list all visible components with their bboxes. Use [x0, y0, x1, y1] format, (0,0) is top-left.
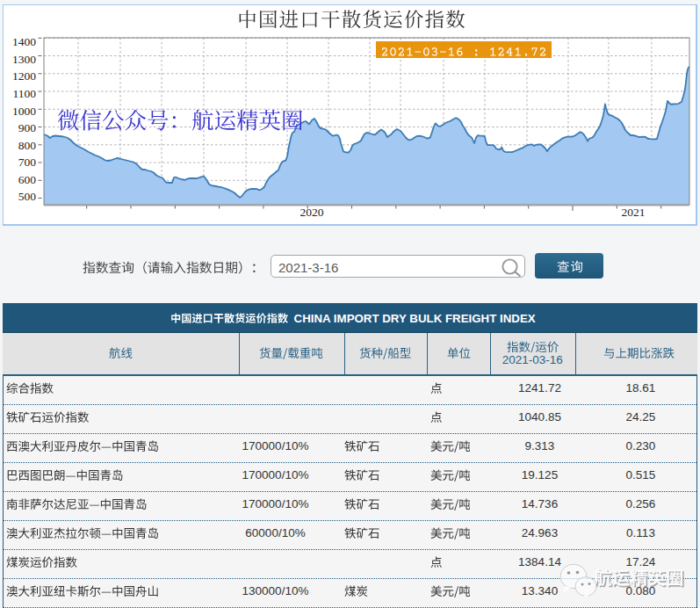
svg-text:1100: 1100	[13, 87, 37, 100]
svg-text:600: 600	[18, 173, 37, 186]
svg-text:1300: 1300	[12, 53, 36, 66]
svg-text:900: 900	[18, 121, 37, 134]
svg-text:1200: 1200	[12, 69, 36, 83]
svg-text:700: 700	[18, 156, 37, 169]
svg-text:2021: 2021	[622, 206, 646, 219]
svg-text:1000: 1000	[12, 105, 36, 118]
svg-text:500: 500	[18, 190, 37, 203]
svg-text:1400: 1400	[12, 35, 36, 48]
svg-text:2020: 2020	[300, 206, 324, 219]
svg-text:800: 800	[18, 139, 37, 152]
